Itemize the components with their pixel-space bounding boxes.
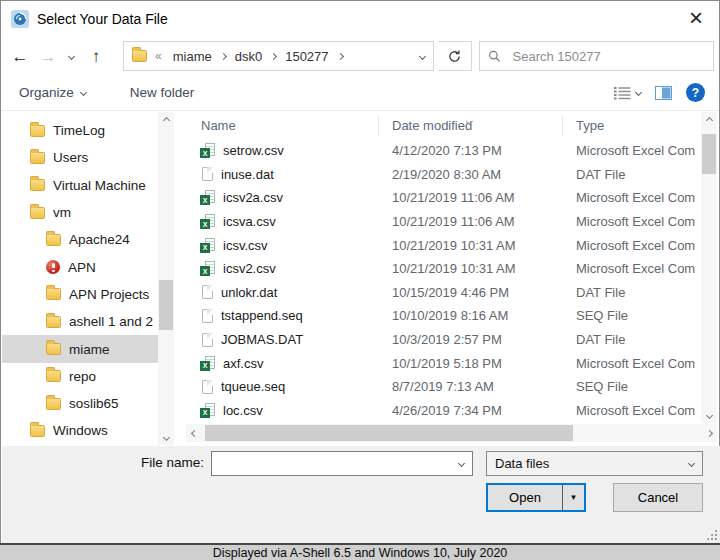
file-row[interactable]: icsv.csv 10/21/2019 10:31 AM Microsoft E… (186, 233, 701, 257)
back-button[interactable]: ← (5, 41, 35, 71)
list-scrollbar-thumb[interactable] (702, 134, 716, 174)
file-row[interactable]: loc.csv 4/26/2019 7:34 PM Microsoft Exce… (186, 399, 701, 423)
file-row[interactable]: inuse.dat 2/19/2020 8:30 AM DAT File (186, 163, 701, 187)
breadcrumb-overflow[interactable]: « (155, 49, 162, 63)
file-name-cell: icsv.csv (186, 238, 379, 253)
file-type-dropdown-button[interactable] (680, 452, 702, 475)
file-row[interactable]: tqueue.seq 8/7/2019 7:13 AM SEQ File (186, 375, 701, 399)
file-type-cell: Microsoft Excel Com (563, 261, 701, 276)
file-row[interactable]: icsv2.csv 10/21/2019 10:31 AM Microsoft … (186, 257, 701, 281)
tree-item-label: APN Projects (69, 287, 149, 302)
search-input[interactable] (511, 48, 705, 65)
file-row[interactable]: icsv2a.csv 10/21/2019 11:06 AM Microsoft… (186, 186, 701, 210)
excel-file-icon (200, 190, 215, 205)
tree-item[interactable]: Users (2, 144, 158, 171)
column-header-type[interactable]: Type (563, 118, 701, 133)
open-split-button[interactable]: Open (486, 483, 586, 512)
views-button[interactable] (614, 86, 641, 100)
tree-item[interactable]: Virtual Machine (2, 172, 158, 199)
new-folder-button[interactable]: New folder (120, 85, 205, 100)
open-button[interactable]: Open (488, 485, 562, 510)
scroll-up-button[interactable] (158, 112, 174, 128)
excel-file-icon (200, 261, 215, 276)
file-name-input[interactable] (212, 452, 450, 475)
file-row[interactable]: setrow.csv 4/12/2020 7:13 PM Microsoft E… (186, 139, 701, 163)
tree-item[interactable]: Windows (2, 417, 158, 444)
excel-file-icon (200, 403, 215, 418)
help-button[interactable] (686, 83, 705, 102)
excel-file-icon (200, 356, 215, 371)
up-arrow-icon: ↑ (92, 48, 101, 65)
file-date-cell: 4/12/2020 7:13 PM (379, 143, 563, 158)
scroll-up-button[interactable] (701, 112, 717, 128)
chevron-right-icon (337, 52, 344, 59)
refresh-icon (447, 49, 462, 64)
file-name-cell: loc.csv (186, 403, 379, 418)
address-dropdown-icon[interactable] (419, 52, 426, 59)
list-vertical-scrollbar[interactable] (701, 112, 717, 423)
file-date-cell: 10/21/2019 10:31 AM (379, 238, 563, 253)
file-name-combobox[interactable] (211, 451, 473, 476)
tree-scrollbar-thumb[interactable] (159, 280, 173, 330)
scroll-down-button[interactable] (701, 407, 717, 423)
tree-item[interactable]: vm (2, 199, 158, 226)
file-date-cell: 4/26/2019 7:34 PM (379, 403, 563, 418)
tree-item[interactable]: soslib65 (2, 390, 158, 417)
up-button[interactable]: ↑ (81, 41, 111, 71)
column-header-name[interactable]: Name (186, 118, 379, 133)
folder-icon (30, 152, 45, 164)
folder-icon (46, 234, 61, 246)
open-dropdown-button[interactable] (562, 485, 584, 510)
file-type-cell: DAT File (563, 332, 701, 347)
tree-scrollbar[interactable] (158, 112, 174, 445)
file-row[interactable]: JOBMAS.DAT 10/3/2019 2:57 PM DAT File (186, 328, 701, 352)
file-name-cell: JOBMAS.DAT (186, 332, 379, 347)
file-type-cell: Microsoft Excel Com (563, 238, 701, 253)
tree-item[interactable]: Apache24 (2, 226, 158, 253)
file-row[interactable]: icsva.csv 10/21/2019 11:06 AM Microsoft … (186, 210, 701, 234)
history-dropdown-button[interactable] (61, 41, 81, 71)
breadcrumb-segment[interactable]: dsk0 (230, 49, 280, 64)
folder-icon (30, 179, 45, 191)
tree-item[interactable]: APN (2, 253, 158, 280)
tree-item-label: Virtual Machine (53, 178, 146, 193)
excel-file-icon (200, 214, 215, 229)
tree-item[interactable]: APN Projects (2, 281, 158, 308)
file-row[interactable]: axf.csv 10/1/2019 5:18 PM Microsoft Exce… (186, 351, 701, 375)
column-divider[interactable] (562, 116, 563, 135)
close-button[interactable] (673, 1, 719, 35)
refresh-button[interactable] (438, 41, 472, 71)
chevron-up-icon (162, 116, 169, 123)
tree-item[interactable]: repo (2, 363, 158, 390)
file-row[interactable]: unlokr.dat 10/15/2019 4:46 PM DAT File (186, 281, 701, 305)
organize-button[interactable]: Organize (9, 85, 96, 100)
preview-pane-button[interactable] (655, 86, 672, 100)
open-label: Open (509, 490, 541, 505)
scroll-left-button[interactable] (186, 424, 202, 442)
file-row[interactable]: tstappend.seq 10/10/2019 8:16 AM SEQ Fil… (186, 304, 701, 328)
forward-button[interactable]: → (35, 41, 61, 71)
resize-grip[interactable] (706, 529, 717, 540)
address-bar[interactable]: « miame dsk0 (123, 41, 434, 71)
file-type-select[interactable]: Data files (486, 451, 703, 476)
excel-file-icon (200, 143, 215, 158)
column-divider[interactable] (378, 116, 379, 135)
list-horizontal-scrollbar[interactable] (186, 424, 717, 442)
file-name-cell: tqueue.seq (186, 379, 379, 394)
horizontal-scrollbar-thumb[interactable] (205, 425, 573, 441)
tree-item[interactable]: ashell 1 and 2 (2, 308, 158, 335)
file-type-cell: SEQ File (563, 308, 701, 323)
scroll-down-button[interactable] (158, 429, 174, 445)
file-type-cell: DAT File (563, 285, 701, 300)
title-bar: Select Your Data File (1, 1, 719, 37)
scroll-right-button[interactable] (701, 424, 717, 442)
forward-arrow-icon: → (40, 48, 57, 65)
file-name-dropdown-button[interactable] (450, 452, 472, 475)
tree-item[interactable]: miame (2, 335, 158, 362)
file-date-cell: 10/21/2019 10:31 AM (379, 261, 563, 276)
cancel-button[interactable]: Cancel (613, 483, 703, 512)
breadcrumb-segment[interactable]: 150277 (280, 49, 346, 64)
search-box[interactable] (479, 41, 714, 71)
tree-item[interactable]: TimeLog (2, 117, 158, 144)
breadcrumb-segment[interactable]: miame (168, 49, 230, 64)
